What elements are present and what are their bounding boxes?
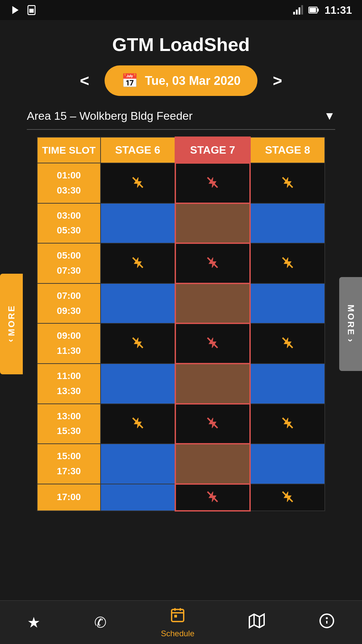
- chevron-right-icon: ›: [345, 339, 356, 343]
- area-selector[interactable]: Area 15 – Wolkberg Bldg Feeder ▼: [27, 109, 335, 130]
- date-label: Tue, 03 Mar 2020: [145, 74, 241, 88]
- svg-marker-43: [249, 614, 264, 628]
- stage-cell: [175, 323, 250, 364]
- time-cell: 03:0005:30: [37, 203, 101, 244]
- svg-rect-4: [296, 10, 298, 15]
- stage-cell: [101, 444, 175, 484]
- schedule-icon: [170, 607, 186, 626]
- stage-cell: [175, 404, 250, 444]
- nav-map[interactable]: [249, 613, 265, 632]
- more-right-button[interactable]: MORE ›: [339, 277, 362, 371]
- stage-cell: [101, 323, 175, 364]
- stage-cell: [250, 404, 325, 444]
- stage-cell: [175, 484, 250, 511]
- stage-cell: [101, 484, 175, 511]
- stage-cell: [250, 163, 325, 203]
- nav-favorites[interactable]: ★: [27, 614, 40, 631]
- stage-cell: [250, 203, 325, 244]
- map-icon: [249, 613, 265, 632]
- signal-icon: [292, 5, 303, 15]
- calendar-icon: 📅: [121, 73, 138, 89]
- phone-icon: ✆: [94, 614, 107, 631]
- stage-cell: [250, 484, 325, 511]
- stage-cell: [250, 323, 325, 364]
- time-cell: 01:0003:30: [37, 163, 101, 203]
- stage-cell: [101, 163, 175, 203]
- header-stage7: STAGE 7: [175, 137, 250, 163]
- stage-cell: [175, 243, 250, 283]
- time-cell: 11:0013:30: [37, 364, 101, 404]
- time-cell: 17:00: [37, 484, 101, 511]
- table-row: 01:0003:30: [37, 163, 325, 203]
- header-stage8: STAGE 8: [250, 137, 325, 163]
- svg-rect-38: [172, 609, 184, 622]
- time-cell: 07:0009:30: [37, 283, 101, 324]
- time-cell: 09:0011:30: [37, 323, 101, 364]
- status-right-icons: 11:31: [292, 4, 352, 16]
- table-row: 07:0009:30: [37, 283, 325, 324]
- battery-icon: [308, 5, 319, 15]
- svg-rect-3: [293, 12, 295, 14]
- area-label: Area 15 – Wolkberg Bldg Feeder: [27, 109, 193, 122]
- time-cell: 05:0007:30: [37, 243, 101, 283]
- stage-cell: [175, 203, 250, 244]
- bottom-nav: ★ ✆ Schedule: [0, 600, 362, 644]
- schedule-table: TIME SLOT STAGE 6 STAGE 7 STAGE 8 01:000…: [37, 137, 325, 512]
- stage-cell: [175, 283, 250, 324]
- schedule-wrapper: › MORE MORE › TIME SLOT STAGE 6 STAGE 7: [0, 137, 362, 512]
- date-nav: < 📅 Tue, 03 Mar 2020 >: [74, 65, 288, 96]
- play-icon: [10, 5, 21, 15]
- more-left-button[interactable]: › MORE: [0, 274, 23, 374]
- time-cell: 15:0017:30: [37, 444, 101, 484]
- table-row: 15:0017:30: [37, 444, 325, 484]
- info-icon: [319, 613, 335, 632]
- svg-rect-42: [174, 615, 177, 618]
- svg-rect-8: [310, 8, 316, 12]
- status-time: 11:31: [324, 4, 352, 16]
- stage-cell: [250, 444, 325, 484]
- stage-cell: [175, 163, 250, 203]
- svg-rect-5: [299, 7, 300, 14]
- schedule-label: Schedule: [161, 629, 194, 638]
- header-timeslot: TIME SLOT: [37, 137, 101, 163]
- svg-marker-0: [12, 6, 19, 14]
- table-row: 13:0015:30: [37, 404, 325, 444]
- stage-cell: [101, 203, 175, 244]
- stage-cell: [175, 444, 250, 484]
- next-date-button[interactable]: >: [267, 71, 288, 91]
- svg-rect-9: [317, 8, 319, 11]
- more-left-label: MORE: [6, 305, 17, 336]
- nav-phone[interactable]: ✆: [94, 614, 107, 631]
- chevron-left-icon: ›: [6, 339, 17, 343]
- time-cell: 13:0015:30: [37, 404, 101, 444]
- svg-rect-6: [301, 5, 303, 14]
- table-row: 05:0007:30: [37, 243, 325, 283]
- stage-cell: [175, 364, 250, 404]
- stage-cell: [101, 283, 175, 324]
- status-left-icons: [10, 5, 37, 15]
- svg-rect-2: [29, 9, 34, 13]
- more-right-label: MORE: [346, 305, 356, 336]
- app-title: GTM LoadShed: [0, 20, 362, 65]
- header-stage6: STAGE 6: [101, 137, 175, 163]
- stage-cell: [250, 364, 325, 404]
- chevron-down-icon: ▼: [324, 109, 335, 122]
- table-row: 09:0011:30: [37, 323, 325, 364]
- prev-date-button[interactable]: <: [74, 71, 95, 91]
- table-row: 11:0013:30: [37, 364, 325, 404]
- nav-schedule[interactable]: Schedule: [161, 607, 194, 638]
- date-picker-button[interactable]: 📅 Tue, 03 Mar 2020: [105, 65, 257, 96]
- sim-icon: [26, 5, 37, 15]
- stage-cell: [101, 243, 175, 283]
- stage-cell: [250, 243, 325, 283]
- stage-cell: [101, 364, 175, 404]
- stage-cell: [101, 404, 175, 444]
- table-row: 17:00: [37, 484, 325, 511]
- status-bar: 11:31: [0, 0, 362, 20]
- stage-cell: [250, 283, 325, 324]
- table-row: 03:0005:30: [37, 203, 325, 244]
- star-icon: ★: [27, 614, 40, 631]
- nav-info[interactable]: [319, 613, 335, 632]
